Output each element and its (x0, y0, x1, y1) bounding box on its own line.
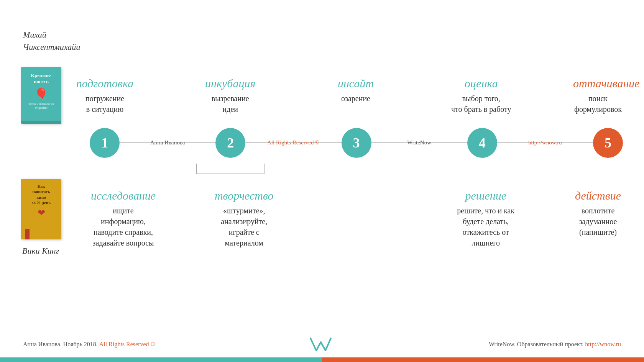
bottom-titles-row: исследование творчество решение действие (71, 170, 623, 202)
bottom-bar-orange (322, 357, 644, 362)
footer-right: WriteNow. Образовательный проект. http:/… (489, 341, 621, 348)
book-top-title: Креатив-носеть (29, 72, 54, 84)
stage5-desc: поиск формулировок (573, 93, 623, 115)
connector-1: Анна Иванова (120, 143, 215, 143)
bottom-descs-row: ищите информацию, наводите справки, зада… (71, 205, 623, 248)
connector-3-label: WriteNow (407, 139, 431, 146)
footer-left: Анна Иванова. Ноябрь 2018. All Rights Re… (23, 341, 155, 348)
author-bottom: Вики Кинг (22, 246, 59, 256)
stage5-bottom-desc: воплотите задуманное (напишите) (573, 205, 623, 238)
stage4-bottom-header: решение (452, 189, 519, 202)
author-top-line1: Михай (23, 29, 80, 41)
stage1-desc: погружение в ситуацию (71, 93, 138, 115)
stage1-bottom-desc: ищите информацию, наводите справки, зада… (90, 205, 157, 248)
stage4-bottom-desc: решите, что и как будете делать, откажит… (452, 205, 519, 248)
stage2-bottom-desc: «штурмите», анализируйте, играйте с мате… (210, 205, 278, 248)
stage1-header: подготовка (71, 77, 138, 90)
stage1-title: подготовка (71, 77, 138, 90)
connector-2-label: All Rights Reserved © (267, 139, 320, 146)
circle-5: 5 (593, 128, 623, 158)
stage1-bottom-header: исследование (90, 189, 157, 202)
stage4-bottom-title: решение (452, 189, 519, 202)
circle-4: 4 (467, 128, 497, 158)
book-ribbon (25, 229, 30, 239)
main-layout: подготовка инкубация инсайт оценка оттач… (71, 59, 623, 248)
book-top-cover: Креатив-носеть 🎈 поток и психология откр… (21, 67, 61, 124)
footer-right-orange: http://wnow.ru (585, 341, 621, 347)
stage2-bottom-header: творчество (210, 189, 278, 202)
circle-2: 2 (215, 128, 245, 158)
stage2-header: инкубация (197, 77, 264, 90)
book-top-subtitle: поток и психология открытий (21, 101, 61, 111)
circle-1: 1 (90, 128, 120, 158)
stage5-title: оттачивание (573, 77, 623, 90)
circle-3: 3 (342, 128, 371, 158)
stage4-title: оценка (448, 77, 515, 90)
stage3-title: инсайт (322, 77, 389, 90)
stage1-bottom-title: исследование (90, 189, 157, 202)
book-top-icon: 🎈 (34, 87, 48, 101)
stage4-desc: выбор того, что брать в работу (448, 93, 515, 115)
top-titles-row: подготовка инкубация инсайт оценка оттач… (71, 59, 623, 90)
connector-4-label: http://wnow.ru (528, 139, 562, 146)
writenow-logo (309, 336, 335, 352)
bracket (196, 164, 264, 174)
stage3-desc: озарение (322, 93, 389, 104)
author-top-line2: Чиксентмихайи (23, 41, 80, 53)
stage2-desc: вызревание идеи (197, 93, 264, 115)
stage3-header: инсайт (322, 77, 389, 90)
stage5-bottom-title: действие (573, 189, 623, 202)
stage5-bottom-header: действие (573, 189, 623, 202)
top-descs-row: погружение в ситуацию вызревание идеи оз… (71, 93, 623, 122)
stage2-bottom-title: творчество (210, 189, 278, 202)
connector-3: WriteNow (371, 143, 467, 143)
book-bottom-cover: Какнаписатькиноза 21 день ❤ (21, 179, 61, 239)
footer: Анна Иванова. Ноябрь 2018. All Rights Re… (0, 336, 644, 352)
footer-left-static: Анна Иванова. Ноябрь 2018. (23, 341, 98, 347)
bottom-bar (0, 357, 644, 362)
bottom-bar-teal (0, 357, 322, 362)
book-bottom-title: Какнаписатькиноза 21 день (30, 183, 53, 205)
stage4-header: оценка (448, 77, 515, 90)
footer-right-static: WriteNow. Образовательный проект. (489, 341, 583, 347)
footer-logo (309, 336, 335, 352)
book-bottom-heart: ❤ (38, 208, 45, 218)
stage5-header: оттачивание (573, 77, 623, 90)
footer-left-orange: All Rights Reserved © (99, 341, 155, 347)
author-top: Михай Чиксентмихайи (23, 29, 80, 53)
connector-1-label: Анна Иванова (150, 139, 185, 146)
circles-row: 1 Анна Иванова 2 All Rights Reserved © 3… (71, 126, 623, 159)
connector-4: http://wnow.ru (497, 143, 593, 143)
stage2-title: инкубация (197, 77, 264, 90)
connector-2: All Rights Reserved © (245, 143, 341, 143)
